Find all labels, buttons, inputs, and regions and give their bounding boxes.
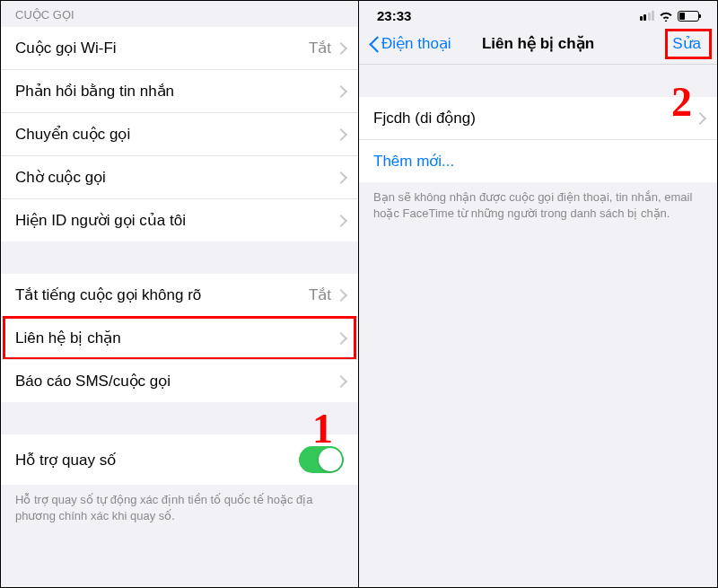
row-label: Báo cáo SMS/cuộc gọi bbox=[15, 372, 337, 391]
row-value: Tắt bbox=[309, 285, 331, 304]
chevron-right-icon bbox=[337, 375, 344, 387]
right-panel: 23:33 Điện thoại Liên hệ bị chặn Sửa Fjc… bbox=[359, 1, 717, 587]
row-label: Liên hệ bị chặn bbox=[15, 329, 337, 347]
status-time: 23:33 bbox=[377, 8, 411, 23]
spacer bbox=[1, 241, 358, 274]
chevron-right-icon bbox=[337, 42, 344, 54]
add-new-row[interactable]: Thêm mới... bbox=[359, 139, 717, 182]
row-value: Tắt bbox=[309, 39, 331, 57]
section-header-calls: CUỘC GỌI bbox=[1, 1, 358, 27]
row-call-forwarding[interactable]: Chuyển cuộc gọi bbox=[1, 112, 358, 155]
group-3: Hỗ trợ quay số bbox=[1, 434, 358, 485]
spacer bbox=[1, 402, 358, 434]
row-call-waiting[interactable]: Chờ cuộc gọi bbox=[1, 155, 358, 198]
row-label: Hiện ID người gọi của tôi bbox=[15, 211, 337, 230]
row-silence-unknown[interactable]: Tắt tiếng cuộc gọi không rõ Tắt bbox=[1, 274, 358, 316]
battery-icon bbox=[678, 11, 699, 22]
row-blocked-contacts[interactable]: Liên hệ bị chặn bbox=[1, 316, 358, 359]
chevron-right-icon bbox=[696, 112, 703, 124]
footer-dial-assist: Hỗ trợ quay số tự động xác định tiền tố … bbox=[1, 485, 358, 531]
row-label: Phản hồi bằng tin nhắn bbox=[15, 82, 337, 101]
group-1: Cuộc gọi Wi-Fi Tắt Phản hồi bằng tin nhắ… bbox=[1, 27, 358, 241]
nav-back-button[interactable]: Điện thoại bbox=[368, 34, 451, 53]
status-bar: 23:33 bbox=[359, 1, 717, 27]
nav-edit-button[interactable]: Sửa bbox=[665, 32, 708, 55]
row-respond-with-text[interactable]: Phản hồi bằng tin nhắn bbox=[1, 69, 358, 112]
row-dial-assist[interactable]: Hỗ trợ quay số bbox=[1, 434, 358, 485]
row-label: Tắt tiếng cuộc gọi không rõ bbox=[15, 285, 309, 304]
chevron-right-icon bbox=[337, 332, 344, 344]
chevron-right-icon bbox=[337, 289, 344, 301]
chevron-left-icon bbox=[368, 35, 379, 53]
chevron-right-icon bbox=[337, 171, 344, 183]
row-label: Chuyển cuộc gọi bbox=[15, 125, 337, 144]
chevron-right-icon bbox=[337, 85, 344, 97]
row-label: Hỗ trợ quay số bbox=[15, 451, 299, 470]
toggle-switch[interactable] bbox=[299, 446, 344, 473]
row-wifi-calling[interactable]: Cuộc gọi Wi-Fi Tắt bbox=[1, 27, 358, 69]
chevron-right-icon bbox=[337, 215, 344, 226]
signal-icon bbox=[640, 11, 655, 21]
row-label: Chờ cuộc gọi bbox=[15, 168, 337, 187]
chevron-right-icon bbox=[337, 128, 344, 140]
row-sms-report[interactable]: Báo cáo SMS/cuộc gọi bbox=[1, 359, 358, 402]
group-2: Tắt tiếng cuộc gọi không rõ Tắt Liên hệ … bbox=[1, 274, 358, 402]
nav-back-label: Điện thoại bbox=[381, 34, 451, 53]
status-icons bbox=[640, 11, 700, 22]
nav-title: Liên hệ bị chặn bbox=[482, 34, 594, 53]
left-panel: CUỘC GỌI Cuộc gọi Wi-Fi Tắt Phản hồi bằn… bbox=[1, 1, 359, 587]
wifi-icon bbox=[659, 11, 673, 22]
add-new-label: Thêm mới... bbox=[373, 152, 703, 171]
footer-blocked: Bạn sẽ không nhận được cuộc gọi điện tho… bbox=[359, 182, 717, 229]
row-label: Cuộc gọi Wi-Fi bbox=[15, 39, 309, 57]
blocked-contact-row[interactable]: Fjcdh (di động) bbox=[359, 97, 717, 139]
spacer bbox=[359, 65, 717, 97]
nav-bar: Điện thoại Liên hệ bị chặn Sửa bbox=[359, 27, 717, 65]
contact-name: Fjcdh (di động) bbox=[373, 109, 696, 127]
blocked-group: Fjcdh (di động) Thêm mới... bbox=[359, 97, 717, 182]
row-caller-id[interactable]: Hiện ID người gọi của tôi bbox=[1, 198, 358, 241]
